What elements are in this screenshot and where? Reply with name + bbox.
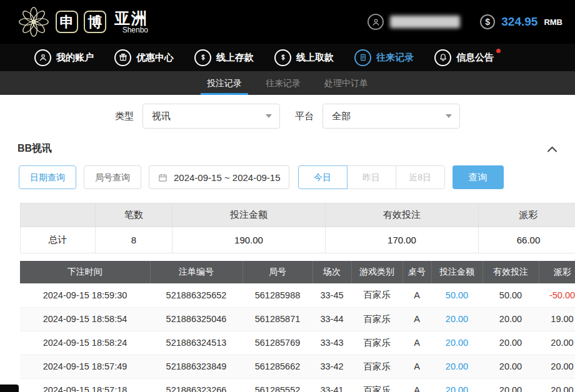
quick-range-group: 今日 昨日 近8日	[298, 165, 445, 189]
table-row: 2024-09-15 18:58:54 521886325046 5612858…	[20, 307, 575, 331]
cell-bet-id: 521886325652	[150, 283, 242, 307]
cell-round-no: 561285552	[242, 378, 312, 392]
section-title: BB视讯	[18, 142, 52, 155]
payout-value: 19.00	[551, 314, 573, 324]
last8days-button[interactable]: 近8日	[396, 165, 445, 189]
main-nav: 我的账户 优惠中心 线上存款 线上取款 往来记录	[0, 44, 575, 71]
today-button[interactable]: 今日	[298, 165, 348, 189]
payout-value: 20.00	[551, 338, 573, 348]
col-header-round-no: 局号	[242, 261, 312, 283]
bet-amount-link[interactable]: 20.00	[446, 314, 468, 324]
table-row: 2024-09-15 18:58:24 521886324513 5612857…	[20, 331, 575, 355]
tab-betting-records[interactable]: 投注记录	[206, 71, 243, 95]
yesterday-button[interactable]: 昨日	[347, 165, 396, 189]
bet-amount-link[interactable]: 20.00	[446, 338, 468, 348]
type-filter: 类型 视讯	[115, 104, 280, 129]
nav-item-my-account[interactable]: 我的账户	[34, 49, 94, 66]
nav-item-announcements[interactable]: 信息公告	[434, 49, 494, 66]
lotus-logo-icon	[18, 6, 50, 38]
bet-amount-link[interactable]: 20.00	[446, 385, 468, 392]
summary-table: 笔数 投注金额 有效投注 派彩 总计 8 190.00 170.00 66.00	[20, 203, 575, 253]
cell-valid-bet: 20.00	[482, 331, 539, 355]
col-header-payout: 派彩	[539, 261, 575, 283]
chevron-down-icon	[266, 114, 272, 118]
filter-row: 类型 视讯 平台 全部	[0, 104, 575, 129]
cell-bet-time: 2024-09-15 18:57:49	[20, 355, 150, 378]
type-select-value: 视讯	[152, 110, 171, 122]
cell-session: 33-43	[312, 331, 351, 355]
cell-game-type: 百家乐	[351, 331, 402, 355]
tab-transaction-records[interactable]: 往来记录	[264, 71, 302, 95]
logo-region: 亚洲	[114, 10, 148, 26]
bet-amount-link[interactable]: 20.00	[446, 361, 468, 371]
platform-label: 平台	[295, 110, 314, 122]
type-select[interactable]: 视讯	[142, 104, 280, 129]
cell-session: 33-42	[312, 355, 351, 378]
bet-records-table: 下注时间 注单编号 局号 场次 游戏类别 桌号 投注金额 有效投注 派彩 202…	[20, 261, 575, 392]
cell-valid-bet: 20.00	[482, 355, 539, 378]
nav-item-online-withdrawal[interactable]: 线上取款	[274, 49, 334, 66]
type-label: 类型	[115, 110, 134, 122]
search-button[interactable]: 查询	[452, 165, 504, 189]
col-header-table-no: 桌号	[402, 261, 431, 283]
records-icon	[354, 49, 371, 66]
cell-game-type: 百家乐	[351, 355, 402, 378]
cell-payout: -50.00	[539, 283, 575, 307]
table-row: 2024-09-15 18:59:30 521886325652 5612859…	[20, 283, 575, 307]
table-header-row: 下注时间 注单编号 局号 场次 游戏类别 桌号 投注金额 有效投注 派彩	[20, 261, 575, 283]
nav-item-promotions[interactable]: 优惠中心	[114, 49, 174, 66]
logo-text: 亚洲 Shenbo	[114, 10, 148, 34]
cell-table-no: A	[402, 355, 431, 378]
cell-session: 33-44	[312, 307, 351, 331]
col-header-game-type: 游戏类别	[351, 261, 402, 283]
deposit-coin-icon	[194, 49, 211, 66]
sub-nav: 投注记录 往来记录 处理中订单	[0, 71, 575, 95]
cell-game-type: 百家乐	[351, 378, 402, 392]
cell-table-no: A	[402, 307, 431, 331]
total-valid-bet: 170.00	[326, 227, 479, 253]
cell-bet-amount: 20.00	[431, 307, 482, 331]
bet-amount-link[interactable]: 50.00	[446, 290, 468, 300]
user-icon	[34, 49, 51, 66]
cell-valid-bet: 50.00	[482, 283, 539, 307]
floating-widget[interactable]	[0, 385, 19, 392]
cell-payout: 19.00	[539, 307, 575, 331]
cell-bet-id: 521886323266	[150, 378, 242, 392]
cell-table-no: A	[402, 331, 431, 355]
username-redacted[interactable]	[390, 16, 460, 28]
cell-bet-time: 2024-09-15 18:58:24	[20, 331, 150, 355]
top-header: 申 博 亚洲 Shenbo $ 324.95 RMB	[0, 0, 575, 44]
cell-round-no: 561285662	[242, 355, 312, 378]
col-header-valid-bet: 有效投注	[482, 261, 539, 283]
collapse-chevron-icon[interactable]	[547, 145, 558, 153]
cell-round-no: 561285769	[242, 331, 312, 355]
nav-item-transaction-records[interactable]: 往来记录	[354, 49, 414, 66]
col-header-bet-amount: 投注金额	[431, 261, 482, 283]
cell-payout: 20.00	[539, 331, 575, 355]
user-avatar-icon[interactable]	[368, 14, 384, 30]
cell-payout: 20.00	[539, 378, 575, 392]
logo-char-shen: 申	[56, 11, 78, 33]
payout-value: 20.00	[551, 361, 573, 371]
logo[interactable]: 申 博 亚洲 Shenbo	[18, 6, 148, 38]
date-range-input[interactable]: 2024-09-15 ~ 2024-09-15	[149, 165, 289, 189]
cell-round-no: 561285988	[242, 283, 312, 307]
cell-bet-amount: 20.00	[431, 331, 482, 355]
cell-valid-bet: 20.00	[482, 378, 539, 392]
tab-processing-orders[interactable]: 处理中订单	[323, 71, 369, 95]
col-header-session: 场次	[312, 261, 351, 283]
balance-currency: RMB	[544, 17, 562, 27]
round-query-button[interactable]: 局号查询	[84, 165, 141, 189]
logo-subtitle: Shenbo	[122, 26, 148, 34]
platform-select[interactable]: 全部	[322, 104, 460, 129]
nav-item-online-deposit[interactable]: 线上存款	[194, 49, 254, 66]
calendar-icon	[158, 172, 168, 183]
cell-bet-id: 521886324513	[150, 331, 242, 355]
cell-bet-time: 2024-09-15 18:59:30	[20, 283, 150, 307]
payout-value: -50.00	[549, 290, 575, 300]
chevron-down-icon	[446, 114, 452, 118]
col-header-bet-amount: 投注金额	[172, 203, 326, 227]
cell-game-type: 百家乐	[351, 307, 402, 331]
date-query-button[interactable]: 日期查询	[19, 165, 76, 189]
dollar-icon: $	[480, 14, 495, 29]
